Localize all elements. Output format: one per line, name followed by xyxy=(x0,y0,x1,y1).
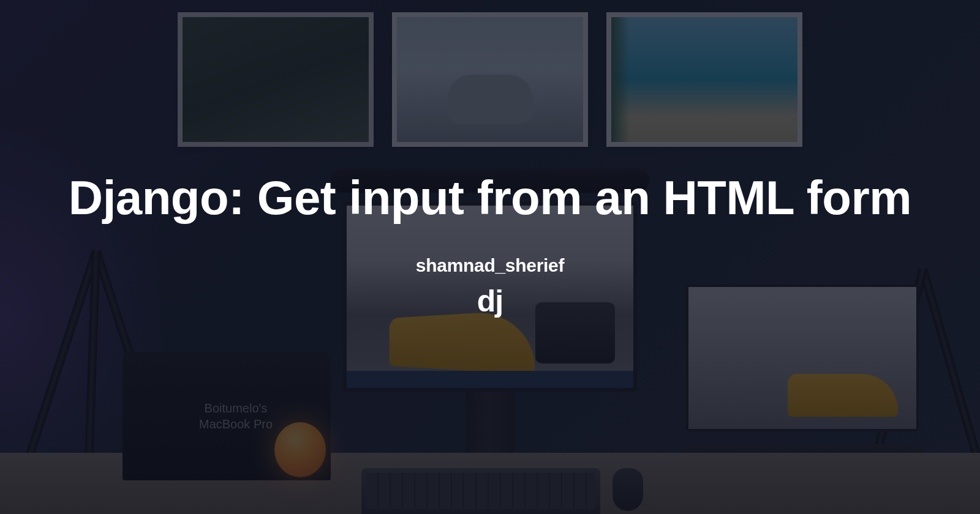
django-logo: dj xyxy=(477,283,503,319)
content-overlay: Django: Get input from an HTML form sham… xyxy=(0,0,980,514)
article-title: Django: Get input from an HTML form xyxy=(69,171,911,226)
author-name: shamnad_sherief xyxy=(416,255,564,276)
